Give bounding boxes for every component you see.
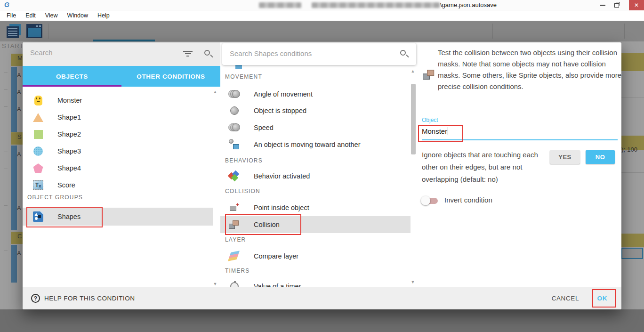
help-button[interactable]: ? HELP FOR THIS CONDITION [31, 287, 135, 309]
tab-objects[interactable]: OBJECTS [23, 66, 121, 87]
event-text-fragment: A [17, 151, 21, 158]
scroll-up-arrow[interactable]: ▲ [212, 89, 218, 94]
event-tree-tick [4, 152, 8, 152]
condition-row-object-is-stopped[interactable]: Object is stopped [220, 102, 411, 119]
condition-row-moving-toward[interactable]: An object is moving toward another [220, 136, 411, 153]
section-header-behaviors: BEHAVIORS [225, 157, 263, 164]
annotation-box-object-field [418, 125, 463, 142]
invert-condition-label: Invert condition [444, 196, 492, 204]
annotation-box-shapes-group [26, 207, 103, 227]
square-shape-icon [32, 130, 44, 139]
conditions-search-input[interactable] [230, 49, 371, 57]
condition-row-speed[interactable]: Speed [220, 119, 411, 136]
scroll-down-arrow[interactable]: ▼ [212, 282, 218, 286]
pentagon-shape-icon [32, 163, 44, 173]
object-row-shape3[interactable]: Shape3 [23, 143, 213, 160]
event-row-separator [621, 97, 644, 97]
restore-icon [614, 3, 619, 8]
annotation-box-collision [225, 214, 301, 235]
project-manager-icon[interactable] [7, 24, 22, 38]
menu-help[interactable]: Help [93, 10, 114, 21]
minimize-button[interactable] [596, 0, 609, 10]
object-label: Monster [57, 97, 82, 104]
menu-file[interactable]: File [2, 10, 21, 21]
window-title: \game.json.autosave [440, 1, 497, 8]
active-tab-indicator [23, 85, 121, 87]
event-tree-tick [4, 169, 8, 169]
object-row-shape4[interactable]: Shape4 [23, 160, 213, 177]
section-header-timers: TIMERS [225, 267, 250, 274]
invert-condition-toggle[interactable] [421, 196, 439, 205]
search-icon[interactable] [400, 50, 409, 58]
condition-row-angle-of-movement[interactable]: Angle of movement [220, 86, 411, 103]
object-stopped-icon [228, 106, 241, 115]
condition-row-behavior-activated[interactable]: Behavior activated [220, 168, 411, 185]
toolbar-divider [492, 24, 493, 39]
event-text-fragment: A [17, 250, 21, 257]
compare-layer-icon [228, 251, 241, 262]
condition-label: An object is moving toward another [254, 141, 361, 148]
circle-shape-icon [32, 146, 44, 156]
cancel-button[interactable]: CANCEL [552, 287, 579, 309]
object-label: Shape2 [57, 130, 81, 138]
filter-icon[interactable] [183, 51, 193, 57]
event-condition-column [11, 146, 17, 230]
conditions-search-bar [222, 43, 416, 65]
condition-label: Object is stopped [254, 107, 306, 114]
monster-sprite-icon [32, 96, 44, 105]
object-search-input[interactable] [30, 49, 171, 57]
no-button[interactable]: NO [586, 150, 615, 164]
event-tree-tick [4, 205, 8, 206]
condition-label: Point inside object [254, 204, 309, 211]
toolbar: ↩ ↪ [0, 21, 644, 41]
section-header-collision: COLLISION [225, 188, 260, 194]
triangle-shape-icon [32, 113, 44, 122]
event-row-separator [621, 172, 644, 173]
menu-edit[interactable]: Edit [21, 10, 40, 21]
toolbar-divider [567, 24, 567, 39]
section-header-movement: MOVEMENT [225, 73, 262, 80]
menu-view[interactable]: View [40, 10, 63, 21]
close-button[interactable]: ✕ [629, 0, 644, 10]
event-text-fragment: A [17, 204, 21, 211]
object-row-shape1[interactable]: Shape1 [23, 109, 213, 126]
toolbar-divider [624, 24, 625, 39]
object-label: Shape4 [57, 164, 81, 172]
event-condition-column [11, 245, 17, 283]
condition-row-point-inside-object[interactable]: + Point inside object [220, 199, 411, 216]
toggle-knob [421, 196, 430, 205]
close-icon: ✕ [634, 2, 639, 8]
object-row-score[interactable]: Tx Score [23, 177, 213, 194]
scroll-down-arrow[interactable]: ▼ [410, 280, 416, 284]
condition-label: Speed [254, 124, 274, 131]
yes-button[interactable]: YES [550, 150, 580, 164]
object-row-shape2[interactable]: Shape2 [23, 126, 213, 143]
event-text-fragment: A [17, 72, 21, 79]
question-mark-icon: ? [31, 294, 40, 303]
search-icon[interactable] [204, 50, 213, 58]
restore-button[interactable] [610, 0, 623, 10]
object-field-label: Object [422, 117, 438, 123]
redacted-title-segment [312, 2, 440, 8]
speed-icon [228, 123, 241, 132]
scroll-up-arrow[interactable]: ▲ [410, 69, 416, 73]
object-label: Shape3 [57, 147, 81, 155]
object-label: Shape1 [57, 113, 81, 121]
screen: G \game.json.autosave ✕ File Edit View W… [0, 0, 644, 332]
event-text-fragment: A [17, 89, 21, 96]
event-condition-column [11, 67, 17, 132]
object-search-bar [23, 42, 220, 66]
scene-editor-icon[interactable] [26, 24, 42, 38]
object-label: Score [57, 181, 75, 189]
redacted-title-segment [259, 2, 301, 8]
tab-other-conditions[interactable]: OTHER CONDITIONS [121, 66, 220, 87]
condition-row-compare-layer[interactable]: Compare layer [220, 248, 411, 265]
behavior-activated-icon [228, 171, 241, 181]
scrollbar-thumb[interactable] [411, 84, 416, 154]
object-row-monster[interactable]: Monster [23, 92, 213, 109]
help-button-label: HELP FOR THIS CONDITION [44, 295, 135, 302]
event-text-fragment: C [17, 233, 22, 240]
annotation-box-ok-button [592, 289, 616, 308]
menu-window[interactable]: Window [63, 10, 93, 21]
bottom-panel [0, 309, 644, 332]
